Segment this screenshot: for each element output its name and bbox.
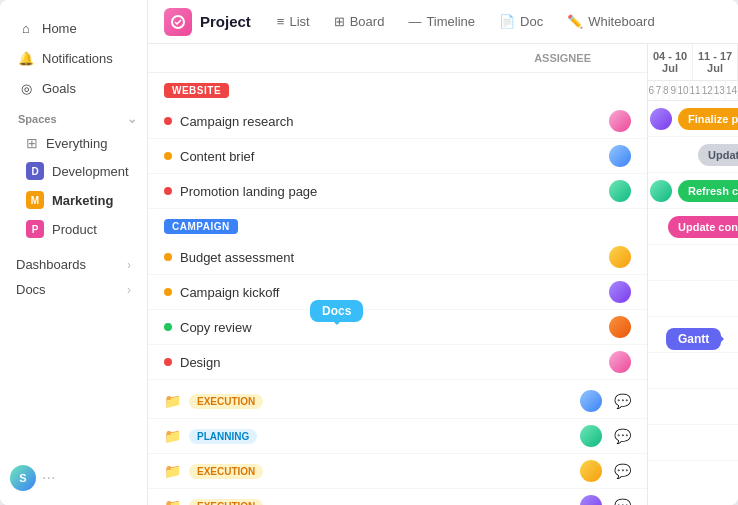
status-badge: PLANNING	[189, 429, 257, 444]
tab-doc[interactable]: 📄 Doc	[489, 8, 553, 35]
status-badge: EXECUTION	[189, 394, 263, 409]
list-icon: ≡	[277, 14, 285, 29]
user-avatar[interactable]: S	[10, 465, 36, 491]
dev-dot: D	[26, 162, 44, 180]
list-item-badge[interactable]: 📁 PLANNING 💬	[148, 419, 647, 454]
project-title: Project	[200, 13, 251, 30]
list-item[interactable]: Campaign research	[148, 104, 647, 139]
row-label: Campaign kickoff	[180, 285, 601, 300]
list-item[interactable]: Copy review	[148, 310, 647, 345]
gantt-panel: 04 - 10 Jul 11 - 17 Jul 6 7 8 9 10 11 12…	[648, 44, 738, 505]
bell-icon: 🔔	[18, 50, 34, 66]
list-item-badge[interactable]: 📁 EXECUTION 💬	[148, 489, 647, 505]
mkt-dot: M	[26, 191, 44, 209]
goals-icon: ◎	[18, 80, 34, 96]
sidebar-nav: ⌂ Home 🔔 Notifications ◎ Goals	[0, 14, 147, 104]
row-dot	[164, 358, 172, 366]
sidebar-item-goals[interactable]: ◎ Goals	[8, 74, 139, 102]
tab-board[interactable]: ⊞ Board	[324, 8, 395, 35]
row-avatar	[609, 246, 631, 268]
gantt-row-2: Update key objectives	[648, 137, 738, 173]
list-item-badge[interactable]: 📁 EXECUTION 💬	[148, 454, 647, 489]
gantt-bar-3[interactable]: Refresh company website	[678, 180, 738, 202]
row-dot	[164, 152, 172, 160]
group-campaign: CAMPAIGN Budget assessment Campaign kick…	[148, 209, 647, 380]
gantt-bar-3-label: Refresh company website	[688, 185, 738, 197]
folder-icon: 📁	[164, 393, 181, 409]
gantt-week-2: 11 - 17 Jul	[693, 44, 738, 80]
spaces-label: Spaces	[18, 113, 57, 125]
gantt-bar-1-label: Finalize project scope	[688, 113, 738, 125]
product-label: Product	[52, 222, 97, 237]
row-label: Design	[180, 355, 601, 370]
sidebar-item-dashboards[interactable]: Dashboards ›	[8, 252, 139, 277]
sidebar-item-marketing[interactable]: M Marketing	[8, 186, 139, 214]
gantt-bar-4[interactable]: Update contractor agreement	[668, 216, 738, 238]
sidebar-item-docs[interactable]: Docs ›	[8, 277, 139, 302]
sidebar-item-product[interactable]: P Product	[8, 215, 139, 243]
home-icon: ⌂	[18, 20, 34, 36]
docs-chevron-icon: ›	[127, 283, 131, 297]
badge-rows: 📁 EXECUTION 💬 📁 PLANNING 💬 �	[148, 384, 647, 505]
topbar: Project ≡ List ⊞ Board — Timeline 📄 Doc …	[148, 0, 738, 44]
list-item[interactable]: Budget assessment	[148, 240, 647, 275]
list-header: ASSIGNEE	[148, 44, 647, 73]
row-dot	[164, 117, 172, 125]
marketing-label: Marketing	[52, 193, 113, 208]
docs-tooltip-label: Docs	[322, 304, 351, 318]
row-avatar	[580, 425, 602, 447]
tab-list[interactable]: ≡ List	[267, 8, 320, 35]
row-label: Campaign research	[180, 114, 601, 129]
project-logo-icon	[170, 14, 186, 30]
whiteboard-icon: ✏️	[567, 14, 583, 29]
tab-timeline-label: Timeline	[426, 14, 475, 29]
gantt-tooltip-label: Gantt	[678, 332, 709, 346]
sidebar-item-development[interactable]: D Development	[8, 157, 139, 185]
doc-icon: 📄	[499, 14, 515, 29]
folder-icon: 📁	[164, 463, 181, 479]
list-panel: ASSIGNEE WEBSITE Campaign research Conte…	[148, 44, 648, 505]
sidebar-item-goals-label: Goals	[42, 81, 76, 96]
sidebar-item-home[interactable]: ⌂ Home	[8, 14, 139, 42]
gantt-week-1: 04 - 10 Jul	[648, 44, 693, 80]
sidebar-item-notifications[interactable]: 🔔 Notifications	[8, 44, 139, 72]
board-icon: ⊞	[334, 14, 345, 29]
list-item[interactable]: Campaign kickoff	[148, 275, 647, 310]
timeline-icon: —	[408, 14, 421, 29]
development-label: Development	[52, 164, 129, 179]
group-website: WEBSITE Campaign research Content brief …	[148, 73, 647, 209]
status-badge: EXECUTION	[189, 464, 263, 479]
tab-timeline[interactable]: — Timeline	[398, 8, 485, 35]
gantt-tooltip: Gantt	[666, 328, 721, 350]
gantt-day: 8	[663, 81, 670, 100]
sidebar: ⌂ Home 🔔 Notifications ◎ Goals Spaces ⌄ …	[0, 0, 148, 505]
user-menu-dots[interactable]: ···	[42, 469, 55, 487]
list-item[interactable]: Promotion landing page	[148, 174, 647, 209]
tab-doc-label: Doc	[520, 14, 543, 29]
spaces-section-header: Spaces ⌄	[0, 104, 147, 130]
row-avatar	[580, 495, 602, 505]
list-item[interactable]: Content brief	[148, 139, 647, 174]
gantt-bar-2[interactable]: Update key objectives	[698, 144, 738, 166]
gantt-bar-1[interactable]: Finalize project scope	[678, 108, 738, 130]
gantt-row-3: Refresh company website	[648, 173, 738, 209]
gantt-row-empty	[648, 425, 738, 461]
docs-tooltip: Docs	[310, 300, 363, 322]
row-dot	[164, 253, 172, 261]
row-dot	[164, 187, 172, 195]
everything-label: Everything	[46, 136, 107, 151]
main-content: Project ≡ List ⊞ Board — Timeline 📄 Doc …	[148, 0, 738, 505]
grid-icon: ⊞	[26, 135, 38, 151]
gantt-week-header: 04 - 10 Jul 11 - 17 Jul	[648, 44, 738, 81]
tab-list-label: List	[289, 14, 309, 29]
row-avatar	[609, 281, 631, 303]
folder-icon: 📁	[164, 498, 181, 505]
comment-icon: 💬	[614, 463, 631, 479]
list-item[interactable]: Design	[148, 345, 647, 380]
tab-whiteboard[interactable]: ✏️ Whiteboard	[557, 8, 664, 35]
row-label: Promotion landing page	[180, 184, 601, 199]
gantt-row-1: Finalize project scope	[648, 101, 738, 137]
list-item-badge[interactable]: 📁 EXECUTION 💬	[148, 384, 647, 419]
sidebar-item-everything[interactable]: ⊞ Everything	[8, 130, 139, 156]
gantt-bar-4-label: Update contractor agreement	[678, 221, 738, 233]
